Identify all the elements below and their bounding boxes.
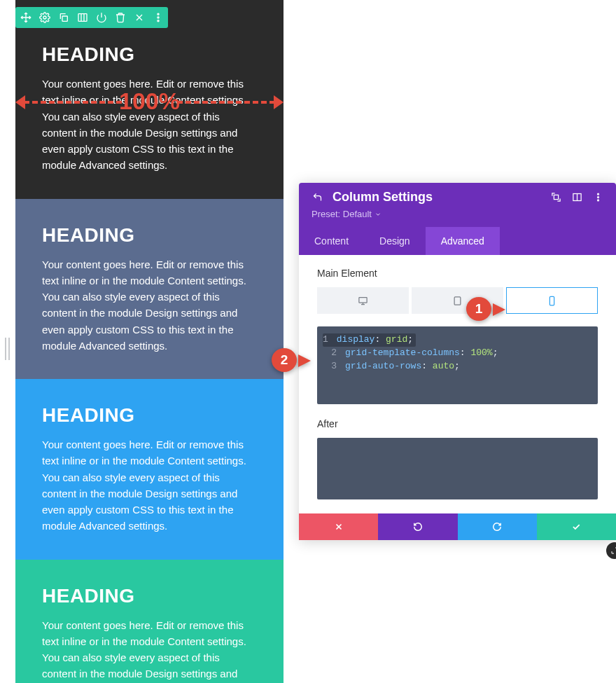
close-icon[interactable] <box>133 12 145 24</box>
panel-header: Column Settings Preset: Default <box>299 183 616 227</box>
panel-body: Main Element 1display: grid;2grid-templa… <box>299 255 616 513</box>
block-heading[interactable]: HEADING <box>42 224 257 247</box>
cancel-button[interactable] <box>299 513 378 540</box>
snap-icon[interactable] <box>571 192 582 203</box>
tablet-icon <box>452 296 463 306</box>
panel-title: Column Settings <box>332 190 540 205</box>
svg-rect-12 <box>454 296 461 304</box>
expand-corner-icon[interactable] <box>606 542 616 559</box>
svg-point-9 <box>597 197 598 198</box>
columns-icon[interactable] <box>76 12 88 24</box>
content-block-1[interactable]: HEADING Your content goes here. Edit or … <box>15 0 284 199</box>
block-body[interactable]: Your content goes here. Edit or remove t… <box>42 436 257 534</box>
svg-point-10 <box>597 200 598 201</box>
content-block-2[interactable]: HEADING Your content goes here. Edit or … <box>15 199 284 380</box>
preview-column: HEADING Your content goes here. Edit or … <box>15 0 284 683</box>
device-phone-tab[interactable] <box>506 287 598 314</box>
content-block-3[interactable]: HEADING Your content goes here. Edit or … <box>15 379 284 560</box>
device-tabs <box>317 287 598 314</box>
power-icon[interactable] <box>95 12 107 24</box>
block-heading[interactable]: HEADING <box>42 43 257 66</box>
desktop-icon <box>358 296 368 306</box>
svg-point-8 <box>597 193 598 195</box>
svg-point-0 <box>43 16 46 19</box>
block-heading[interactable]: HEADING <box>42 404 257 427</box>
svg-rect-1 <box>62 16 67 21</box>
more-icon[interactable] <box>592 192 603 203</box>
preset-label: Preset: Default <box>312 209 372 219</box>
svg-point-3 <box>157 13 158 15</box>
preset-dropdown[interactable]: Preset: Default <box>312 209 382 219</box>
module-toolbar <box>15 7 168 28</box>
back-icon[interactable] <box>312 192 323 203</box>
save-button[interactable] <box>537 513 616 540</box>
block-body[interactable]: Your content goes here. Edit or remove t… <box>42 76 257 174</box>
phone-icon <box>547 296 557 306</box>
more-icon[interactable] <box>152 12 164 24</box>
svg-rect-13 <box>550 296 554 305</box>
trash-icon[interactable] <box>114 12 126 24</box>
svg-point-4 <box>157 17 158 18</box>
content-block-4[interactable]: HEADING Your content goes here. Edit or … <box>15 560 284 684</box>
redo-button[interactable] <box>458 513 537 540</box>
block-body[interactable]: Your content goes here. Edit or remove t… <box>42 617 257 684</box>
block-heading[interactable]: HEADING <box>42 585 257 607</box>
gear-icon[interactable] <box>38 12 50 24</box>
tab-content[interactable]: Content <box>299 227 364 255</box>
undo-button[interactable] <box>378 513 457 540</box>
after-label: After <box>317 418 598 429</box>
chevron-down-icon <box>374 211 382 218</box>
panel-tabs: Content Design Advanced <box>299 227 616 255</box>
duplicate-icon[interactable] <box>57 12 69 24</box>
move-icon[interactable] <box>20 12 31 24</box>
panel-footer <box>299 513 616 540</box>
device-desktop-tab[interactable] <box>317 287 409 314</box>
callout-2: 2 <box>272 348 305 373</box>
resize-handle-left[interactable] <box>3 335 11 363</box>
css-editor-main[interactable]: 1display: grid;2grid-template-columns: 1… <box>317 326 598 404</box>
svg-rect-11 <box>359 297 367 303</box>
tab-design[interactable]: Design <box>364 227 426 255</box>
tab-advanced[interactable]: Advanced <box>426 227 500 255</box>
main-element-label: Main Element <box>317 268 598 279</box>
block-body[interactable]: Your content goes here. Edit or remove t… <box>42 256 257 354</box>
svg-rect-6 <box>554 195 558 199</box>
svg-rect-2 <box>78 14 87 22</box>
svg-point-5 <box>157 20 158 22</box>
expand-icon[interactable] <box>550 192 561 203</box>
column-settings-panel: Column Settings Preset: Default Content … <box>299 183 616 540</box>
callout-1: 1 <box>466 297 500 322</box>
css-editor-after[interactable] <box>317 438 598 499</box>
